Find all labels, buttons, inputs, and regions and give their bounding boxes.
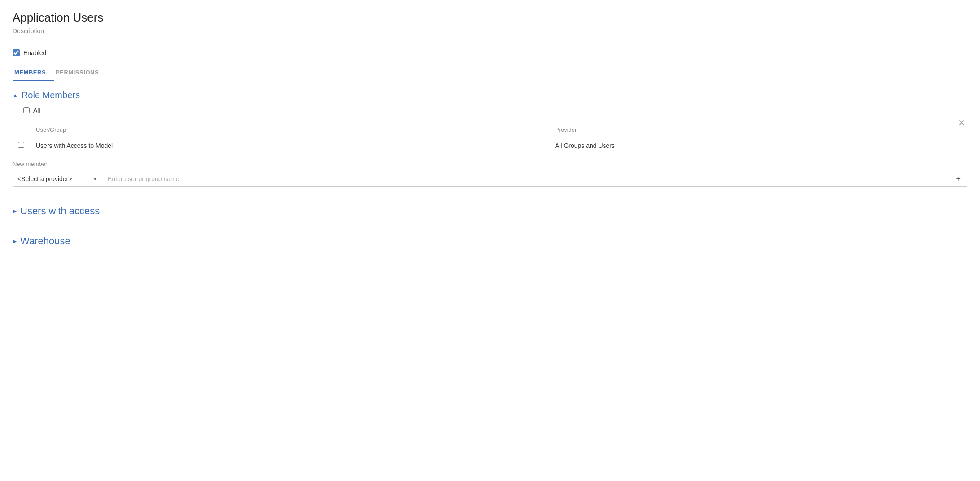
user-group-input[interactable]	[102, 171, 949, 187]
all-checkbox[interactable]	[23, 107, 30, 113]
role-members-header: ▲ Role Members	[13, 90, 967, 100]
section-divider-1	[13, 196, 967, 196]
new-member-section: New member <Select a provider> +	[13, 160, 967, 187]
page-container: Application Users Description Enabled ME…	[0, 0, 980, 267]
col-header-user-group: User/Group	[31, 123, 550, 137]
tabs-row: MEMBERS PERMISSIONS	[13, 65, 967, 81]
section-divider-2	[13, 226, 967, 226]
users-with-access-section: ▶ Users with access	[13, 203, 967, 220]
row-checkbox[interactable]	[18, 142, 24, 148]
enabled-label: Enabled	[23, 49, 46, 56]
tab-permissions[interactable]: PERMISSIONS	[54, 65, 107, 81]
warehouse-section: ▶ Warehouse	[13, 233, 967, 250]
members-table-section: ✕ User/Group Provider Users with Access …	[13, 123, 967, 187]
col-header-select	[13, 123, 31, 137]
warehouse-title[interactable]: Warehouse	[20, 235, 70, 247]
users-with-access-title[interactable]: Users with access	[20, 205, 100, 217]
warehouse-header[interactable]: ▶ Warehouse	[13, 233, 967, 250]
users-with-access-toggle-icon[interactable]: ▶	[13, 208, 17, 214]
new-member-row: <Select a provider> +	[13, 171, 967, 187]
table-row: Users with Access to Model All Groups an…	[13, 137, 967, 154]
row-provider: All Groups and Users	[550, 137, 967, 154]
warehouse-toggle-icon[interactable]: ▶	[13, 238, 17, 244]
all-row: All	[23, 107, 967, 114]
members-table: User/Group Provider Users with Access to…	[13, 123, 967, 154]
add-member-button[interactable]: +	[949, 171, 967, 187]
close-button[interactable]: ✕	[958, 118, 966, 127]
table-header-row: User/Group Provider	[13, 123, 967, 137]
enabled-row: Enabled	[13, 49, 967, 56]
new-member-label: New member	[13, 160, 967, 167]
enabled-checkbox[interactable]	[13, 49, 20, 56]
role-members-toggle-icon[interactable]: ▲	[13, 92, 18, 99]
row-select-cell	[13, 137, 31, 154]
all-label: All	[33, 107, 40, 114]
page-description: Description	[13, 27, 967, 35]
col-header-provider: Provider	[550, 123, 967, 137]
row-user-group: Users with Access to Model	[31, 137, 550, 154]
role-members-title[interactable]: Role Members	[22, 90, 80, 100]
page-title: Application Users	[13, 11, 967, 25]
tab-members[interactable]: MEMBERS	[13, 65, 54, 81]
provider-select[interactable]: <Select a provider>	[13, 171, 102, 187]
users-with-access-header[interactable]: ▶ Users with access	[13, 203, 967, 220]
title-divider	[13, 43, 967, 43]
